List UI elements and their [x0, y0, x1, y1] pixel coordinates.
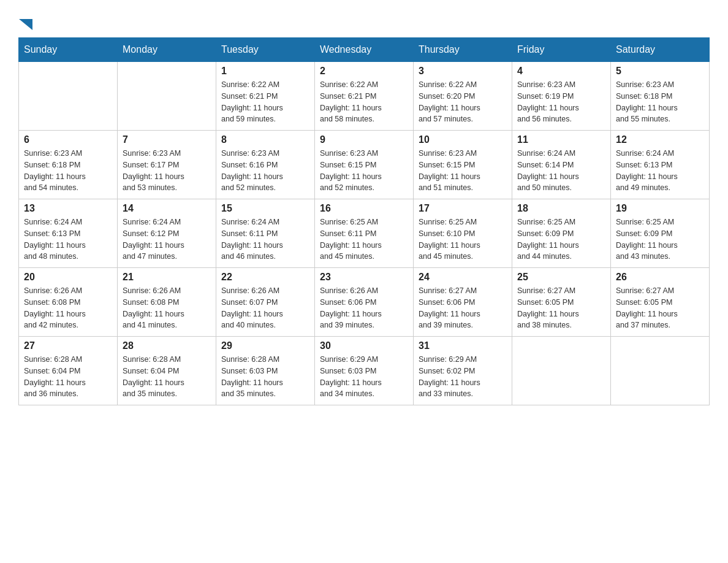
day-info: Sunrise: 6:26 AM Sunset: 6:06 PM Dayligh… — [320, 285, 408, 331]
day-number: 1 — [221, 66, 309, 77]
calendar-cell: 31Sunrise: 6:29 AM Sunset: 6:02 PM Dayli… — [414, 337, 512, 405]
day-number: 29 — [221, 340, 309, 351]
calendar-cell: 22Sunrise: 6:26 AM Sunset: 6:07 PM Dayli… — [216, 268, 315, 337]
weekday-header-wednesday: Wednesday — [315, 38, 414, 62]
calendar-week-row: 20Sunrise: 6:26 AM Sunset: 6:08 PM Dayli… — [19, 268, 710, 337]
calendar-week-row: 13Sunrise: 6:24 AM Sunset: 6:13 PM Dayli… — [19, 199, 710, 268]
calendar-cell: 29Sunrise: 6:28 AM Sunset: 6:03 PM Dayli… — [216, 337, 315, 405]
day-info: Sunrise: 6:25 AM Sunset: 6:11 PM Dayligh… — [320, 216, 408, 262]
day-info: Sunrise: 6:27 AM Sunset: 6:06 PM Dayligh… — [419, 285, 507, 331]
calendar-cell: 15Sunrise: 6:24 AM Sunset: 6:11 PM Dayli… — [216, 199, 315, 268]
calendar-cell: 11Sunrise: 6:24 AM Sunset: 6:14 PM Dayli… — [512, 131, 611, 199]
day-info: Sunrise: 6:25 AM Sunset: 6:09 PM Dayligh… — [517, 216, 605, 262]
calendar-cell: 9Sunrise: 6:23 AM Sunset: 6:15 PM Daylig… — [315, 131, 414, 199]
day-number: 21 — [123, 272, 211, 283]
weekday-header-sunday: Sunday — [19, 38, 118, 62]
day-number: 13 — [24, 203, 112, 214]
day-info: Sunrise: 6:23 AM Sunset: 6:18 PM Dayligh… — [24, 148, 112, 194]
calendar-cell: 17Sunrise: 6:25 AM Sunset: 6:10 PM Dayli… — [414, 199, 512, 268]
calendar-cell: 23Sunrise: 6:26 AM Sunset: 6:06 PM Dayli… — [315, 268, 414, 337]
calendar-cell: 26Sunrise: 6:27 AM Sunset: 6:05 PM Dayli… — [611, 268, 710, 337]
weekday-header-tuesday: Tuesday — [216, 38, 315, 62]
calendar-cell: 12Sunrise: 6:24 AM Sunset: 6:13 PM Dayli… — [611, 131, 710, 199]
day-info: Sunrise: 6:29 AM Sunset: 6:02 PM Dayligh… — [419, 354, 507, 400]
day-info: Sunrise: 6:24 AM Sunset: 6:13 PM Dayligh… — [24, 216, 112, 262]
day-number: 28 — [123, 340, 211, 351]
calendar-cell: 28Sunrise: 6:28 AM Sunset: 6:04 PM Dayli… — [118, 337, 216, 405]
day-number: 20 — [24, 272, 112, 283]
day-info: Sunrise: 6:28 AM Sunset: 6:03 PM Dayligh… — [221, 354, 309, 400]
day-number: 6 — [24, 134, 112, 145]
calendar-header-row: SundayMondayTuesdayWednesdayThursdayFrid… — [19, 38, 710, 62]
day-info: Sunrise: 6:27 AM Sunset: 6:05 PM Dayligh… — [616, 285, 704, 331]
day-number: 16 — [320, 203, 408, 214]
calendar-cell: 30Sunrise: 6:29 AM Sunset: 6:03 PM Dayli… — [315, 337, 414, 405]
weekday-header-friday: Friday — [512, 38, 611, 62]
calendar-cell: 7Sunrise: 6:23 AM Sunset: 6:17 PM Daylig… — [118, 131, 216, 199]
calendar-cell — [118, 62, 216, 131]
weekday-header-thursday: Thursday — [414, 38, 512, 62]
day-number: 8 — [221, 134, 309, 145]
calendar-week-row: 6Sunrise: 6:23 AM Sunset: 6:18 PM Daylig… — [19, 131, 710, 199]
day-number: 7 — [123, 134, 211, 145]
logo: ​ — [18, 12, 36, 31]
calendar-cell: 4Sunrise: 6:23 AM Sunset: 6:19 PM Daylig… — [512, 62, 611, 131]
day-info: Sunrise: 6:26 AM Sunset: 6:07 PM Dayligh… — [221, 285, 309, 331]
day-number: 9 — [320, 134, 408, 145]
day-info: Sunrise: 6:22 AM Sunset: 6:20 PM Dayligh… — [419, 79, 507, 125]
day-number: 24 — [419, 272, 507, 283]
day-info: Sunrise: 6:28 AM Sunset: 6:04 PM Dayligh… — [24, 354, 112, 400]
day-number: 12 — [616, 134, 704, 145]
calendar-cell: 3Sunrise: 6:22 AM Sunset: 6:20 PM Daylig… — [414, 62, 512, 131]
day-info: Sunrise: 6:25 AM Sunset: 6:09 PM Dayligh… — [616, 216, 704, 262]
calendar-cell: 14Sunrise: 6:24 AM Sunset: 6:12 PM Dayli… — [118, 199, 216, 268]
day-info: Sunrise: 6:29 AM Sunset: 6:03 PM Dayligh… — [320, 354, 408, 400]
day-info: Sunrise: 6:23 AM Sunset: 6:17 PM Dayligh… — [123, 148, 211, 194]
day-number: 18 — [517, 203, 605, 214]
calendar-cell: 24Sunrise: 6:27 AM Sunset: 6:06 PM Dayli… — [414, 268, 512, 337]
calendar-cell: 6Sunrise: 6:23 AM Sunset: 6:18 PM Daylig… — [19, 131, 118, 199]
day-info: Sunrise: 6:24 AM Sunset: 6:14 PM Dayligh… — [517, 148, 605, 194]
calendar-cell: 1Sunrise: 6:22 AM Sunset: 6:21 PM Daylig… — [216, 62, 315, 131]
day-number: 31 — [419, 340, 507, 351]
calendar-table: SundayMondayTuesdayWednesdayThursdayFrid… — [18, 37, 710, 405]
day-number: 2 — [320, 66, 408, 77]
calendar-cell: 2Sunrise: 6:22 AM Sunset: 6:21 PM Daylig… — [315, 62, 414, 131]
day-number: 11 — [517, 134, 605, 145]
day-info: Sunrise: 6:23 AM Sunset: 6:18 PM Dayligh… — [616, 79, 704, 125]
day-info: Sunrise: 6:24 AM Sunset: 6:13 PM Dayligh… — [616, 148, 704, 194]
day-info: Sunrise: 6:28 AM Sunset: 6:04 PM Dayligh… — [123, 354, 211, 400]
day-number: 22 — [221, 272, 309, 283]
day-number: 27 — [24, 340, 112, 351]
calendar-cell: 27Sunrise: 6:28 AM Sunset: 6:04 PM Dayli… — [19, 337, 118, 405]
calendar-cell: 21Sunrise: 6:26 AM Sunset: 6:08 PM Dayli… — [118, 268, 216, 337]
calendar-cell: 5Sunrise: 6:23 AM Sunset: 6:18 PM Daylig… — [611, 62, 710, 131]
calendar-cell — [19, 62, 118, 131]
svg-marker-0 — [19, 19, 32, 30]
calendar-cell — [512, 337, 611, 405]
calendar-week-row: 1Sunrise: 6:22 AM Sunset: 6:21 PM Daylig… — [19, 62, 710, 131]
page-header: ​ — [18, 12, 710, 31]
day-info: Sunrise: 6:25 AM Sunset: 6:10 PM Dayligh… — [419, 216, 507, 262]
weekday-header-saturday: Saturday — [611, 38, 710, 62]
day-number: 5 — [616, 66, 704, 77]
day-number: 30 — [320, 340, 408, 351]
calendar-cell: 20Sunrise: 6:26 AM Sunset: 6:08 PM Dayli… — [19, 268, 118, 337]
calendar-week-row: 27Sunrise: 6:28 AM Sunset: 6:04 PM Dayli… — [19, 337, 710, 405]
day-number: 4 — [517, 66, 605, 77]
calendar-cell: 16Sunrise: 6:25 AM Sunset: 6:11 PM Dayli… — [315, 199, 414, 268]
weekday-header-monday: Monday — [118, 38, 216, 62]
day-info: Sunrise: 6:23 AM Sunset: 6:16 PM Dayligh… — [221, 148, 309, 194]
day-info: Sunrise: 6:22 AM Sunset: 6:21 PM Dayligh… — [320, 79, 408, 125]
day-number: 10 — [419, 134, 507, 145]
day-info: Sunrise: 6:22 AM Sunset: 6:21 PM Dayligh… — [221, 79, 309, 125]
calendar-cell: 18Sunrise: 6:25 AM Sunset: 6:09 PM Dayli… — [512, 199, 611, 268]
day-number: 17 — [419, 203, 507, 214]
day-number: 19 — [616, 203, 704, 214]
day-number: 3 — [419, 66, 507, 77]
day-number: 25 — [517, 272, 605, 283]
calendar-cell: 10Sunrise: 6:23 AM Sunset: 6:15 PM Dayli… — [414, 131, 512, 199]
day-number: 14 — [123, 203, 211, 214]
day-info: Sunrise: 6:26 AM Sunset: 6:08 PM Dayligh… — [24, 285, 112, 331]
calendar-body: 1Sunrise: 6:22 AM Sunset: 6:21 PM Daylig… — [19, 62, 710, 405]
